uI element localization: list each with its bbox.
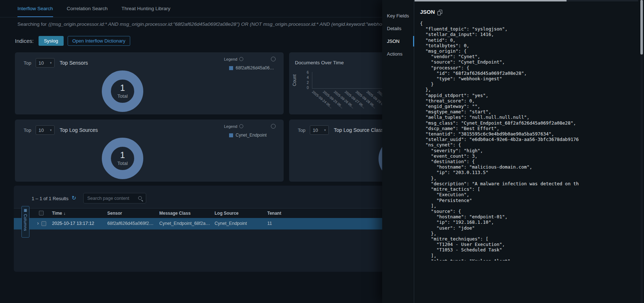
indices-label: Indices: [15, 38, 34, 44]
indices-row: Indices: Syslog Open Interflow Dictionar… [15, 36, 130, 46]
flyout-nav-json[interactable]: JSON [382, 35, 414, 48]
cell-tenant: 11 [267, 218, 272, 229]
legend-label: Legend [224, 124, 237, 129]
column-header-log-source[interactable]: Log Source [215, 209, 239, 218]
syslog-index-button[interactable]: Syslog [39, 36, 64, 46]
y-axis-label: Count [292, 68, 297, 93]
legend-item-label: 68f2af626d45a069f2a08e28 [236, 65, 276, 70]
top-n-select[interactable]: 10 ▾ [36, 58, 55, 68]
grid-icon: ▦ [24, 209, 27, 212]
tab-correlation-search[interactable]: Correlation Search [67, 0, 108, 17]
flyout-nav-key-fields[interactable]: Key Fields [382, 9, 414, 22]
chevron-down-icon: ▾ [50, 61, 52, 65]
legend-swatch [229, 133, 233, 137]
legend-item[interactable]: Cynet_Endpoint [229, 133, 276, 138]
detail-flyout: Key Fields Details JSON Actions JSON { "… [382, 0, 644, 303]
search-icon [138, 196, 143, 201]
legend: Legend Cynet_Endpoint [220, 124, 276, 138]
flyout-nav: Key Fields Details JSON Actions [382, 0, 414, 303]
tab-interflow-search[interactable]: Interflow Search [17, 0, 53, 17]
column-header-label: Time [52, 211, 62, 216]
column-header-sensor[interactable]: Sensor [107, 209, 122, 218]
json-panel-title: JSON [420, 9, 435, 15]
chevron-down-icon: ▾ [324, 128, 326, 132]
sort-arrow-icon: ↓ [64, 211, 66, 215]
panel-top-sensors: Top 10 ▾ Top Sensors Legend 68f2af626d45… [15, 52, 284, 114]
horizontal-scrollbar[interactable] [415, 0, 638, 1]
legend-swatch [229, 66, 233, 70]
legend-info-icon [239, 124, 243, 128]
donut-chart[interactable] [102, 70, 143, 112]
columns-button[interactable]: ▦ Columns [21, 206, 29, 238]
panel-options-icon[interactable] [271, 124, 276, 129]
top-label: Top [298, 128, 305, 133]
panel-title: Top Sensors [60, 60, 88, 66]
y-tick-label: 6 [300, 70, 309, 74]
top-n-value: 10 [39, 60, 44, 66]
top-n-value: 10 [313, 128, 318, 133]
row-expand-icon[interactable]: › [37, 221, 39, 226]
top-label: Top [24, 128, 31, 133]
y-tick-label: 2 [300, 81, 309, 85]
results-count: 1 – 1 of 1 Results [32, 196, 68, 201]
top-n-select[interactable]: 10 ▾ [310, 125, 329, 135]
panel-top-log-sources: Top 10 ▾ Top Log Sources Legend Cynet_En… [15, 120, 284, 182]
horizontal-scrollbar-thumb[interactable] [415, 0, 567, 1]
cell-time: 2025-10-17 13:17:12 [52, 218, 94, 229]
legend: Legend 68f2af626d45a069f2a08e28 [220, 57, 276, 70]
legend-item[interactable]: 68f2af626d45a069f2a08e28 [229, 65, 276, 70]
panel-title: Top Log Sources [60, 127, 98, 133]
legend-item-label: Cynet_Endpoint [236, 133, 267, 138]
top-n-select[interactable]: 10 ▾ [36, 125, 55, 135]
panel-header: Top 10 ▾ Top Sensors [24, 58, 88, 68]
flyout-body: JSON { "fluentd_topic": "syslogjson", "s… [414, 0, 644, 303]
panel-header: Top 10 ▾ Top Log Sources [24, 125, 98, 135]
search-summary-prefix: Searching for [17, 21, 47, 27]
panel-title: Documents Over Time [295, 60, 344, 65]
y-axis [312, 72, 312, 88]
columns-button-label: Columns [23, 214, 28, 231]
panel-header: Top 10 ▾ Top Log Source Classes [298, 125, 389, 135]
page-search-box[interactable] [83, 193, 146, 203]
cell-message-class: Cynet_Endpoint_68f2af626d45a069f2a08e28 [159, 218, 210, 229]
refresh-icon[interactable]: ↻ [72, 195, 76, 201]
vertical-scrollbar-thumb[interactable] [640, 0, 643, 54]
donut-chart-wrap: 1 Total [102, 138, 143, 179]
top-label: Top [24, 60, 31, 66]
panel-options-icon[interactable] [271, 57, 276, 61]
panel-title: Top Log Source Classes [334, 127, 389, 133]
json-content: { "fluentd_topic": "syslogjson", "stella… [420, 21, 637, 260]
legend-info-icon [239, 57, 243, 61]
cell-sensor: 68f2af626d45a069f2a08e28 [107, 218, 155, 229]
open-interflow-dictionary-button[interactable]: Open Interflow Dictionary [68, 36, 130, 46]
legend-label: Legend [224, 57, 237, 61]
column-header-time[interactable]: Time ↓ [52, 209, 65, 218]
donut-chart-wrap: 1 Total [102, 70, 143, 112]
search-input[interactable] [84, 196, 138, 201]
flyout-nav-details[interactable]: Details [382, 22, 414, 35]
vertical-scrollbar[interactable] [640, 0, 643, 303]
y-tick-label: 4 [300, 76, 309, 80]
cell-log-source: Cynet_Endpoint [215, 218, 247, 229]
select-all-checkbox[interactable] [39, 211, 44, 215]
row-checkbox[interactable] [41, 221, 46, 226]
search-query-text: ((msg_origin.processor.id:* AND msg_orig… [48, 21, 387, 27]
column-header-tenant[interactable]: Tenant [267, 209, 281, 218]
flyout-nav-actions[interactable]: Actions [382, 48, 414, 60]
donut-chart[interactable] [102, 138, 143, 179]
copy-icon[interactable] [437, 10, 443, 16]
column-header-message-class[interactable]: Message Class [159, 209, 191, 218]
tab-threat-hunting-library[interactable]: Threat Hunting Library [121, 0, 170, 17]
top-n-value: 10 [39, 128, 44, 133]
chevron-down-icon: ▾ [50, 128, 52, 132]
app-root: Interflow Search Correlation Search Thre… [0, 0, 644, 303]
y-tick-label: 0 [300, 86, 309, 90]
